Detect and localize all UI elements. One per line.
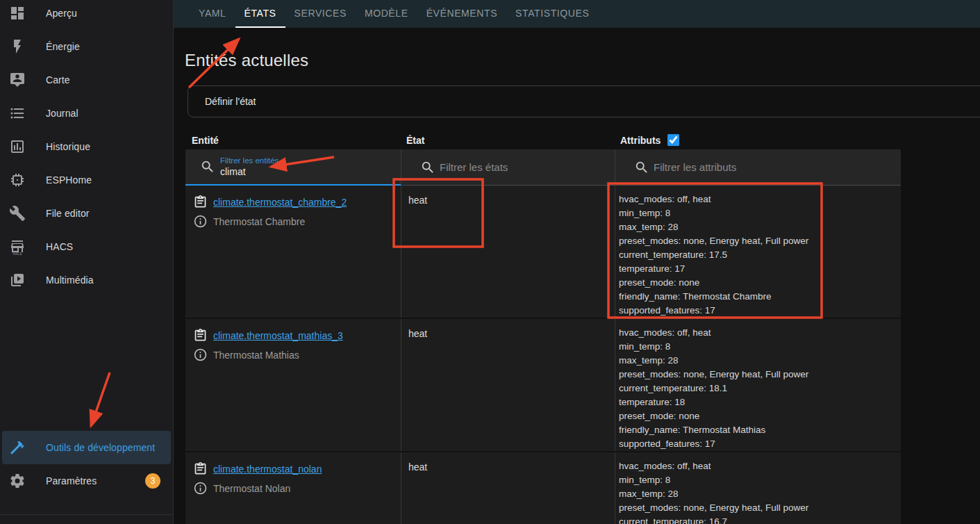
wrench-icon: [9, 205, 26, 222]
sidebar: AperçuÉnergieCarteJournalHistoriqueESPHo…: [0, 0, 174, 524]
column-header-entity: Entité: [185, 134, 401, 146]
home-assistant-app: AperçuÉnergieCarteJournalHistoriqueESPHo…: [0, 0, 980, 524]
entity-friendly-name: Thermostat Nolan: [213, 483, 290, 494]
gear-icon: [9, 473, 26, 489]
sidebar-item-label: Historique: [46, 141, 90, 152]
attributes-filter-cell: [615, 149, 901, 186]
attribute-line: supported_features: 17: [619, 437, 901, 451]
attribute-line: max_temp: 28: [619, 220, 901, 234]
copy-entity-icon[interactable]: [193, 195, 208, 209]
tab-modèle[interactable]: MODÈLE: [356, 0, 417, 28]
entity-id-link[interactable]: climate.thermostat_nolan: [213, 464, 322, 475]
attribute-line: preset_modes: none, Energy heat, Full po…: [619, 368, 901, 382]
attribute-line: hvac_modes: off, heat: [619, 326, 901, 340]
devtools-tabbar: YAMLÉTATSSERVICESMODÈLEÉVÉNEMENTSSTATIST…: [174, 0, 980, 28]
state-value: heat: [408, 195, 427, 206]
sidebar-item-label: HACS: [46, 241, 73, 252]
attribute-line: max_temp: 28: [619, 354, 901, 368]
sidebar-item-journal[interactable]: Journal: [2, 97, 171, 130]
copy-entity-icon[interactable]: [193, 328, 208, 343]
tab-services[interactable]: SERVICES: [285, 0, 356, 28]
sidebar-item-label: Paramètres: [46, 475, 97, 486]
entity-cell: climate.thermostat_nolanThermostat Nolan: [185, 452, 401, 524]
entity-row: climate.thermostat_mathias_3Thermostat M…: [185, 319, 901, 452]
info-icon[interactable]: [193, 481, 208, 496]
entity-id-link[interactable]: climate.thermostat_mathias_3: [213, 330, 343, 341]
tab-statistiques[interactable]: STATISTIQUES: [506, 0, 598, 28]
sidebar-nav: AperçuÉnergieCarteJournalHistoriqueESPHo…: [0, 0, 173, 297]
attribute-line: preset_mode: none: [619, 409, 901, 423]
attribute-line: hvac_modes: off, heat: [619, 193, 901, 206]
info-icon[interactable]: [193, 214, 208, 229]
state-value: heat: [408, 328, 427, 339]
state-cell: heat: [401, 319, 615, 451]
sidebar-item--nergie[interactable]: Énergie: [2, 30, 171, 63]
entity-row: climate.thermostat_nolanThermostat Nolan…: [185, 452, 901, 524]
entity-row: climate.thermostat_chambre_2Thermostat C…: [185, 186, 901, 319]
attributes-cell: hvac_modes: off, heatmin_temp: 8max_temp…: [615, 186, 901, 318]
state-value: heat: [408, 461, 427, 473]
sidebar-item-label: File editor: [46, 208, 90, 219]
attribute-line: min_temp: 8: [619, 473, 901, 487]
attributes-checkbox[interactable]: [667, 134, 679, 146]
sidebar-item-hacs[interactable]: HACSHACS: [2, 230, 171, 263]
list-bulleted-icon: [9, 105, 26, 122]
sidebar-item-label: Outils de développement: [46, 442, 155, 453]
entity-friendly-name: Thermostat Chambre: [213, 216, 305, 227]
info-icon[interactable]: [193, 347, 208, 362]
sidebar-item-label: Énergie: [46, 41, 80, 52]
tab-états[interactable]: ÉTATS: [235, 0, 285, 28]
tab-événements[interactable]: ÉVÉNEMENTS: [417, 0, 506, 28]
copy-entity-icon[interactable]: [193, 461, 208, 476]
state-cell: heat: [401, 186, 615, 318]
entity-filter-cell: Filtrer les entités: [185, 149, 401, 186]
state-cell: heat: [401, 452, 615, 524]
search-icon: [420, 160, 435, 175]
tab-yaml[interactable]: YAML: [190, 0, 235, 28]
set-state-label: Définir l'état: [205, 96, 256, 107]
column-header-state: État: [401, 134, 615, 146]
attribute-line: hvac_modes: off, heat: [619, 459, 901, 473]
page-title: Entités actuelles: [185, 51, 980, 70]
attribute-line: temperature: 17: [619, 262, 901, 276]
attributes-filter-input[interactable]: [654, 161, 862, 173]
chart-box-icon: [9, 138, 26, 155]
state-filter-cell: [401, 149, 615, 186]
chip-icon: [9, 172, 26, 188]
attribute-line: current_temperature: 18.1: [619, 382, 901, 395]
attribute-line: current_temperature: 16.7: [619, 515, 901, 524]
play-box-icon: [9, 272, 26, 288]
attribute-line: min_temp: 8: [619, 340, 901, 354]
sidebar-item-aper-u[interactable]: Aperçu: [2, 0, 171, 30]
notification-badge: 3: [145, 473, 160, 489]
attribute-line: min_temp: 8: [619, 206, 901, 220]
sidebar-item-outils-de-d-veloppement[interactable]: Outils de développement: [2, 431, 171, 464]
sidebar-item-multim-dia[interactable]: Multimédia: [2, 263, 171, 297]
table-header-row: Entité État Attributs: [185, 134, 901, 146]
hammer-icon: [9, 439, 26, 456]
view-dashboard-icon: [9, 5, 26, 22]
filter-row: Filtrer les entités: [185, 149, 901, 186]
sidebar-item-carte[interactable]: Carte: [2, 63, 171, 97]
sidebar-item-param-tres[interactable]: Paramètres3: [2, 464, 171, 498]
attribute-line: max_temp: 28: [619, 487, 901, 501]
attribute-line: friendly_name: Thermostat Mathias: [619, 423, 901, 437]
attribute-line: preset_modes: none, Energy heat, Full po…: [619, 501, 901, 515]
state-filter-input[interactable]: [440, 161, 615, 173]
sidebar-item-historique[interactable]: Historique: [2, 130, 171, 163]
map-account-icon: [9, 72, 26, 88]
attribute-line: friendly_name: Thermostat Chambre: [619, 290, 901, 304]
set-state-expansion-panel[interactable]: Définir l'état: [188, 85, 980, 117]
attribute-line: preset_modes: none, Energy heat, Full po…: [619, 234, 901, 248]
entity-cell: climate.thermostat_chambre_2Thermostat C…: [185, 186, 401, 318]
entity-filter-input[interactable]: [220, 165, 380, 178]
sidebar-item-label: Carte: [46, 74, 70, 85]
lightning-bolt-icon: [9, 38, 26, 55]
sidebar-item-file-editor[interactable]: File editor: [2, 197, 171, 230]
search-icon: [200, 159, 215, 174]
sidebar-item-esphome[interactable]: ESPHome: [2, 163, 171, 197]
entities-table-body: climate.thermostat_chambre_2Thermostat C…: [185, 186, 901, 524]
attributes-cell: hvac_modes: off, heatmin_temp: 8max_temp…: [615, 319, 901, 451]
entity-filter-label: Filtrer les entités: [220, 156, 380, 165]
entity-id-link[interactable]: climate.thermostat_chambre_2: [213, 197, 347, 208]
